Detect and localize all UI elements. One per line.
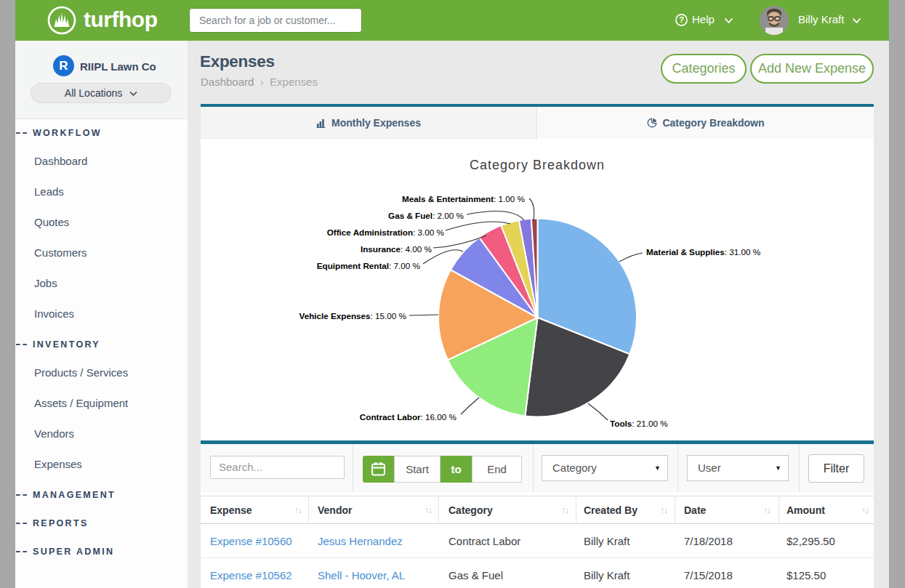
svg-text:Office Administration: 3.00 %: Office Administration: 3.00 %	[327, 227, 444, 237]
svg-text:Vehicle Expenses: 15.00 %: Vehicle Expenses: 15.00 %	[299, 311, 407, 321]
svg-text:Insurance: 4.00 %: Insurance: 4.00 %	[361, 244, 432, 254]
svg-text:Contract Labor: 16.00 %: Contract Labor: 16.00 %	[360, 412, 456, 422]
svg-text:Category Breakdown: Category Breakdown	[470, 158, 605, 172]
svg-text:?: ?	[679, 15, 684, 24]
svg-text:Tools: 21.00 %: Tools: 21.00 %	[610, 419, 668, 428]
svg-text:Gas & Fuel: 2.00 %: Gas & Fuel: 2.00 %	[388, 211, 464, 220]
svg-text:Meals & Entertainment: 1.00 %: Meals & Entertainment: 1.00 %	[402, 194, 525, 204]
svg-text:Material & Supplies: 31.00 %: Material & Supplies: 31.00 %	[646, 247, 760, 257]
svg-text:Equipment Rental: 7.00 %: Equipment Rental: 7.00 %	[317, 261, 420, 270]
